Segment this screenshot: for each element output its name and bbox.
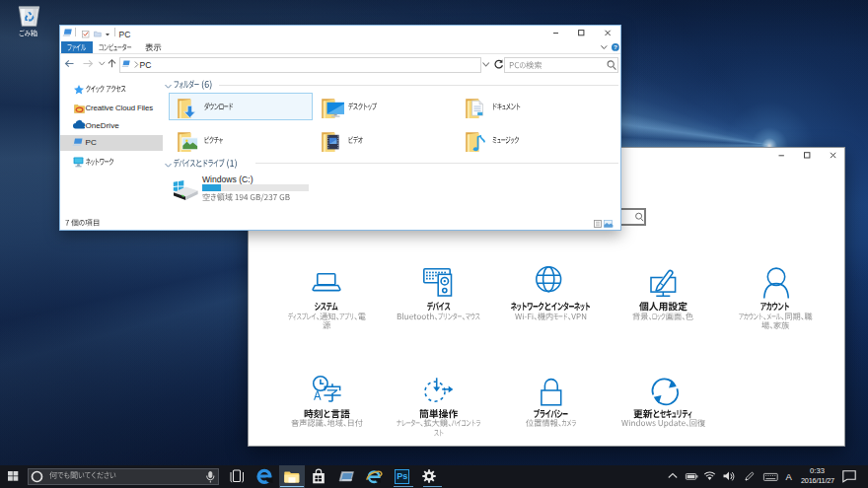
svg-text:?: ?	[614, 43, 617, 50]
